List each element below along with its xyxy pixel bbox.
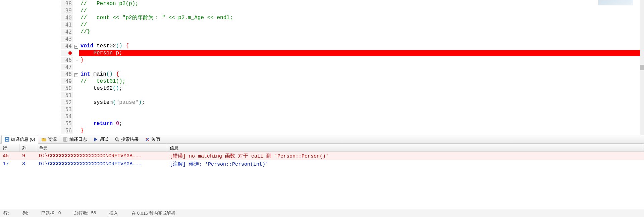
line-number[interactable]: 48: [61, 71, 73, 77]
code-text[interactable]: }: [79, 57, 640, 63]
code-text[interactable]: // Person p2(p);: [79, 1, 640, 7]
code-line[interactable]: 41//: [61, 21, 640, 28]
tab-compile-info[interactable]: 编译信息 (6): [1, 135, 38, 144]
code-line[interactable]: 43: [61, 35, 640, 42]
left-panel: [0, 0, 61, 135]
resource-icon: [41, 137, 47, 142]
status-total-value: 56: [91, 210, 96, 216]
svg-point-9: [115, 138, 118, 140]
code-text[interactable]: system("pause");: [79, 99, 640, 105]
code-line[interactable]: Person p;: [61, 49, 640, 56]
svg-line-10: [118, 140, 119, 141]
debug-icon: [93, 137, 98, 142]
tab-resource[interactable]: 资源: [38, 135, 60, 144]
tab-search-results[interactable]: 搜索结果: [111, 135, 142, 144]
header-col[interactable]: 列: [19, 144, 36, 151]
header-line[interactable]: 行: [0, 144, 19, 151]
compiler-note-row[interactable]: 173D:\CCCCCCCCCCCCCCCCCCC\CRFTVYGB...[注解…: [0, 160, 644, 168]
tab-close-label: 关闭: [151, 136, 160, 142]
code-line[interactable]: 51: [61, 92, 640, 99]
status-sel-label: 已选择:: [41, 210, 56, 216]
table-body: 459D:\CCCCCCCCCCCCCCCCCCC\CRFTVYGB...[错误…: [0, 152, 644, 168]
status-bar: 行: 列: 已选择: 0 总行数: 56 插入 在 0.016 秒内完成解析: [0, 209, 644, 217]
code-line[interactable]: 47: [61, 63, 640, 71]
code-text[interactable]: Person p;: [79, 50, 640, 56]
line-number[interactable]: 50: [61, 85, 73, 91]
cell-col: 3: [19, 161, 36, 168]
tab-compile-log[interactable]: 编译日志: [60, 135, 90, 144]
cell-line: 17: [0, 161, 19, 168]
cell-col: 9: [19, 153, 36, 160]
code-text[interactable]: //: [79, 22, 640, 28]
status-insert-label: 插入: [109, 210, 118, 216]
line-number[interactable]: 39: [61, 7, 73, 14]
code-text[interactable]: // test01();: [79, 78, 640, 84]
code-text[interactable]: test02();: [79, 85, 640, 91]
code-line[interactable]: 38// Person p2(p);: [61, 0, 640, 7]
line-number[interactable]: 42: [61, 29, 73, 35]
breakpoint-icon[interactable]: [68, 51, 72, 55]
code-text[interactable]: return 0;: [79, 121, 640, 127]
line-number[interactable]: 49: [61, 78, 73, 84]
cell-info: [错误] no matching 函数 对于 call 到 'Person::P…: [167, 152, 644, 160]
fold-column[interactable]: −: [73, 71, 79, 77]
line-number[interactable]: 43: [61, 36, 73, 42]
header-info[interactable]: 信息: [167, 144, 644, 151]
code-editor-area: 38// Person p2(p);39//40// cout << "p2的年…: [0, 0, 644, 135]
line-number[interactable]: 40: [61, 14, 73, 21]
bottom-tabs: 编译信息 (6) 资源 编译日志 调试 搜索结果: [0, 135, 644, 144]
svg-rect-4: [7, 140, 8, 141]
vertical-scrollbar[interactable]: [640, 0, 644, 135]
line-number[interactable]: 41: [61, 21, 73, 28]
code-line[interactable]: 48−int main() {: [61, 71, 640, 78]
code-line[interactable]: 49// test01();: [61, 78, 640, 85]
code-text[interactable]: //}: [79, 29, 640, 35]
status-sel-value: 0: [58, 210, 61, 216]
line-number[interactable]: 54: [61, 113, 73, 120]
scroll-down-icon[interactable]: [640, 65, 644, 70]
code-text[interactable]: }: [79, 128, 640, 134]
tab-debug[interactable]: 调试: [90, 135, 111, 144]
fold-toggle-icon[interactable]: −: [74, 45, 78, 49]
line-number[interactable]: 52: [61, 99, 73, 105]
line-number[interactable]: 44: [61, 43, 73, 49]
status-line-label: 行:: [3, 210, 9, 216]
svg-rect-3: [7, 138, 8, 139]
svg-rect-1: [6, 138, 7, 139]
code-text[interactable]: int main() {: [79, 71, 640, 77]
code-line[interactable]: 52 system("pause");: [61, 99, 640, 106]
code-text[interactable]: // cout << "p2的年龄为： " << p2.m_Age << end…: [79, 14, 640, 21]
tab-close[interactable]: 关闭: [142, 135, 163, 144]
line-number[interactable]: 53: [61, 106, 73, 113]
svg-rect-0: [5, 137, 9, 141]
line-number[interactable]: 51: [61, 92, 73, 98]
breakpoint-gutter[interactable]: [61, 50, 73, 56]
code-line[interactable]: 39//: [61, 7, 640, 14]
line-number[interactable]: 38: [61, 0, 73, 7]
line-number[interactable]: 47: [61, 64, 73, 70]
code-line[interactable]: 53: [61, 106, 640, 113]
code-text[interactable]: //: [79, 8, 640, 14]
cell-unit: D:\CCCCCCCCCCCCCCCCCCC\CRFTVYGB...: [36, 161, 167, 168]
fold-toggle-icon[interactable]: −: [74, 73, 78, 77]
code-editor[interactable]: 38// Person p2(p);39//40// cout << "p2的年…: [61, 0, 640, 135]
line-number[interactable]: 56: [61, 127, 73, 134]
line-number[interactable]: 55: [61, 120, 73, 127]
code-line[interactable]: 44−void test02() {: [61, 42, 640, 49]
code-line[interactable]: 55 return 0;: [61, 120, 640, 127]
header-unit[interactable]: 单元: [36, 144, 167, 151]
code-text[interactable]: void test02() {: [79, 43, 640, 49]
code-line[interactable]: 50 test02();: [61, 85, 640, 92]
code-line[interactable]: 42//}: [61, 28, 640, 35]
code-line[interactable]: 56}: [61, 127, 640, 134]
compiler-output-panel: 行 列 单元 信息 459D:\CCCCCCCCCCCCCCCCCCC\CRFT…: [0, 144, 644, 209]
code-line[interactable]: 46}: [61, 56, 640, 63]
code-line[interactable]: 40// cout << "p2的年龄为： " << p2.m_Age << e…: [61, 14, 640, 21]
tab-compile-label: 编译信息 (6): [11, 136, 35, 142]
code-line[interactable]: 54: [61, 113, 640, 120]
fold-column[interactable]: −: [73, 43, 79, 49]
log-icon: [63, 137, 68, 142]
table-header: 行 列 单元 信息: [0, 144, 644, 152]
line-number[interactable]: 46: [61, 57, 73, 63]
compiler-error-row[interactable]: 459D:\CCCCCCCCCCCCCCCCCCC\CRFTVYGB...[错误…: [0, 152, 644, 160]
